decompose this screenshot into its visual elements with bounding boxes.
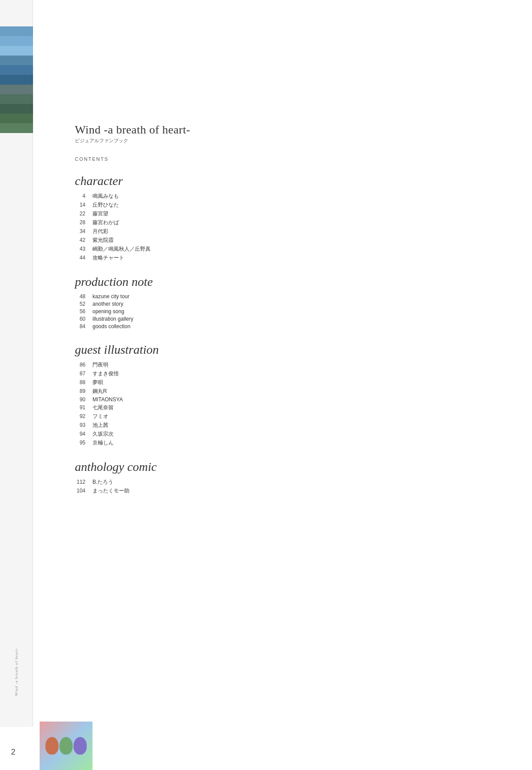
stripe-stripe-8 — [0, 94, 33, 104]
toc-page-number: 93 — [75, 422, 92, 428]
character-face-1 — [45, 737, 59, 755]
toc-entry: 89鋼丸R — [75, 388, 506, 395]
toc-entry-title: MITAONSYA — [92, 396, 123, 403]
toc-entry-title: すまき俊悟 — [92, 370, 119, 378]
toc-entry: 93池上茜 — [75, 422, 506, 429]
stripe-stripe-4 — [0, 56, 33, 65]
thumbnail-area — [40, 722, 92, 770]
toc-page-number: 88 — [75, 379, 92, 385]
toc-page-number: 89 — [75, 388, 92, 394]
toc-entries: 48kazune city tour52another story56openi… — [75, 293, 506, 329]
toc-entry-title: goods collection — [92, 323, 130, 329]
stripe-stripe-6 — [0, 75, 33, 85]
toc-section-character: character4鳴風みなも14丘野ひなた22藤宮望28藤宮わかば34月代彩4… — [75, 174, 506, 262]
toc-entry-title: フミオ — [92, 413, 108, 420]
toc-entry: 14丘野ひなた — [75, 201, 506, 209]
toc-page-number: 95 — [75, 440, 92, 446]
toc-entry: 88夢唄 — [75, 379, 506, 386]
toc-page-number: 14 — [75, 202, 92, 208]
toc-entry-title: another story — [92, 301, 123, 307]
stripe-stripe-5 — [0, 65, 33, 75]
toc-entry: 94久坂宗次 — [75, 430, 506, 438]
toc-page-number: 104 — [75, 488, 92, 494]
toc-entry: 22藤宮望 — [75, 210, 506, 218]
toc-page-number: 112 — [75, 479, 92, 485]
toc-entry: 56opening song — [75, 308, 506, 315]
toc-page-number: 22 — [75, 211, 92, 217]
toc-entry: 34月代彩 — [75, 228, 506, 235]
thumbnail-image — [40, 722, 92, 770]
character-faces — [45, 737, 87, 755]
toc-entry: 28藤宮わかば — [75, 219, 506, 226]
toc-section-production-note: production note48kazune city tour52anoth… — [75, 275, 506, 329]
character-face-2 — [59, 737, 73, 755]
toc-entry-title: 七尾奈留 — [92, 404, 114, 411]
toc-page-number: 60 — [75, 316, 92, 322]
toc-page-number: 48 — [75, 293, 92, 300]
toc-entry: 43嶋勤／鳴風秋人／丘野真 — [75, 245, 506, 253]
section-heading-character: character — [75, 174, 506, 188]
toc-page-number: 4 — [75, 193, 92, 199]
toc-entry: 90MITAONSYA — [75, 396, 506, 403]
toc-entry-title: 久坂宗次 — [92, 430, 114, 438]
toc-entry: 84goods collection — [75, 323, 506, 329]
toc-entry-title: 攻略チャート — [92, 254, 124, 262]
stripe-stripe-1 — [0, 26, 33, 36]
book-title-main: Wind -a breath of heart- — [75, 123, 506, 137]
toc-section-guest-illustration: guest illustration86門夜明87すまき俊悟88夢唄89鋼丸R9… — [75, 343, 506, 447]
section-heading-anthology-comic: anthology comic — [75, 460, 506, 474]
toc-entry: 60illustration gallery — [75, 316, 506, 322]
section-heading-guest-illustration: guest illustration — [75, 343, 506, 357]
stripe-stripe-3 — [0, 46, 33, 56]
toc-section-anthology-comic: anthology comic112B.たろう104まったくモー助 — [75, 460, 506, 495]
toc-entry-title: 丘野ひなた — [92, 201, 119, 209]
stripe-stripe-9 — [0, 104, 33, 114]
toc-entry-title: B.たろう — [92, 478, 113, 486]
toc-entry-title: 嶋勤／鳴風秋人／丘野真 — [92, 245, 151, 253]
toc-page-number: 42 — [75, 237, 92, 243]
toc-page-number: 87 — [75, 370, 92, 377]
toc-entry-title: 鳴風みなも — [92, 192, 119, 200]
toc-entries: 112B.たろう104まったくモー助 — [75, 478, 506, 495]
toc-entry-title: opening song — [92, 308, 124, 315]
character-face-3 — [74, 737, 87, 755]
toc-entry: 44攻略チャート — [75, 254, 506, 262]
toc-entry: 104まったくモー助 — [75, 487, 506, 495]
toc-entry-title: 紫光院霞 — [92, 237, 114, 244]
stripe-container — [0, 26, 33, 133]
section-heading-production-note: production note — [75, 275, 506, 289]
toc-entry: 112B.たろう — [75, 478, 506, 486]
toc-entry-title: 藤宮望 — [92, 210, 108, 218]
toc-entry-title: kazune city tour — [92, 293, 129, 300]
toc-page-number: 91 — [75, 404, 92, 411]
toc-entry: 95京極しん — [75, 439, 506, 447]
toc-entry: 52another story — [75, 301, 506, 307]
toc-entries: 4鳴風みなも14丘野ひなた22藤宮望28藤宮わかば34月代彩42紫光院霞43嶋勤… — [75, 192, 506, 262]
toc-page-number: 44 — [75, 255, 92, 261]
toc-page-number: 86 — [75, 362, 92, 368]
toc-entry-title: 池上茜 — [92, 422, 108, 429]
toc-entry-title: illustration gallery — [92, 316, 133, 322]
toc-entry-title: 夢唄 — [92, 379, 103, 386]
toc-page-number: 56 — [75, 308, 92, 315]
toc-entry: 42紫光院霞 — [75, 237, 506, 244]
toc-page-number: 92 — [75, 413, 92, 419]
toc-page-number: 43 — [75, 246, 92, 252]
book-title-block: Wind -a breath of heart- ビジュアルファンブック — [75, 123, 506, 144]
toc-entries: 86門夜明87すまき俊悟88夢唄89鋼丸R90MITAONSYA91七尾奈留92… — [75, 361, 506, 447]
toc-entry: 92フミオ — [75, 413, 506, 420]
page-number: 2 — [11, 748, 15, 757]
toc-page-number: 94 — [75, 431, 92, 437]
toc-page-number: 84 — [75, 323, 92, 329]
toc-entry: 4鳴風みなも — [75, 192, 506, 200]
toc-entry-title: 門夜明 — [92, 361, 108, 369]
book-title-sub: ビジュアルファンブック — [75, 137, 506, 144]
toc-entry: 86門夜明 — [75, 361, 506, 369]
toc-entry: 87すまき俊悟 — [75, 370, 506, 378]
toc-page-number: 90 — [75, 396, 92, 403]
toc-page-number: 34 — [75, 228, 92, 234]
toc-entry-title: 京極しん — [92, 439, 114, 447]
toc-entry-title: 藤宮わかば — [92, 219, 119, 226]
toc-page-number: 28 — [75, 219, 92, 226]
toc-entry-title: 月代彩 — [92, 228, 108, 235]
